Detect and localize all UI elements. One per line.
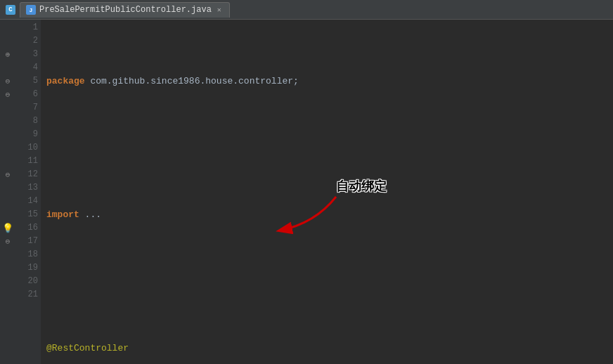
line-icon-12: ⊖ (0, 168, 15, 181)
line-numbers: 1 2 3 4 5 6 7 8 9 10 11 12 13 14 15 16 1… (15, 20, 41, 364)
file-tab[interactable]: J PreSalePermitPublicController.java ✕ (20, 2, 230, 18)
fold-icon-5[interactable]: ⊖ (6, 77, 11, 86)
line-icon-19 (0, 261, 15, 275)
line-icon-6: ⊖ (0, 88, 15, 101)
line-icon-21 (0, 288, 15, 301)
line-icon-8 (0, 115, 15, 128)
fold-icon-3[interactable]: ⊕ (6, 50, 11, 59)
line-icon-10 (0, 141, 15, 155)
code-content[interactable]: package com.github.since1986.house.contr… (41, 20, 613, 364)
code-line-4 (46, 275, 613, 288)
java-file-icon: J (26, 5, 36, 15)
line-icon-5: ⊖ (0, 74, 15, 88)
line-icon-18 (0, 248, 15, 261)
line-icon-3: ⊕ (0, 48, 15, 61)
bulb-icon[interactable]: 💡 (2, 223, 13, 234)
line-icon-2 (0, 34, 15, 48)
title-bar: C J PreSalePermitPublicController.java ✕ (0, 0, 613, 20)
line-icon-15 (0, 208, 15, 221)
line-icon-14 (0, 195, 15, 208)
line-icon-7 (0, 101, 15, 115)
left-side-icons: ⊕ ⊖ ⊖ ⊖ 💡 ⊖ (0, 20, 15, 364)
code-line-2 (46, 141, 613, 155)
tab-filename: PreSalePermitPublicController.java (39, 5, 212, 15)
code-line-1: package com.github.since1986.house.contr… (46, 74, 613, 88)
arrow-svg (41, 20, 613, 364)
code-line-3: import ... (46, 208, 613, 221)
line-icon-13 (0, 181, 15, 195)
line-icon-1 (0, 21, 15, 34)
fold-icon-12[interactable]: ⊖ (6, 170, 11, 179)
line-icon-20 (0, 275, 15, 288)
line-icon-17: ⊖ (0, 235, 15, 248)
chinese-annotation-label: 自动绑定 (336, 180, 387, 193)
editor-area: ⊕ ⊖ ⊖ ⊖ 💡 ⊖ 1 2 3 4 (0, 20, 613, 364)
fold-icon-6[interactable]: ⊖ (6, 90, 11, 99)
app-icon: C (6, 5, 15, 15)
line-icon-4 (0, 61, 15, 74)
line-icon-11 (0, 155, 15, 168)
line-icon-16: 💡 (0, 221, 15, 235)
close-icon[interactable]: ✕ (215, 6, 224, 14)
line-icon-9 (0, 128, 15, 141)
annotation-overlay: 自动绑定 (41, 20, 613, 364)
code-line-5: @RestController (46, 342, 613, 355)
fold-icon-17[interactable]: ⊖ (6, 237, 11, 246)
